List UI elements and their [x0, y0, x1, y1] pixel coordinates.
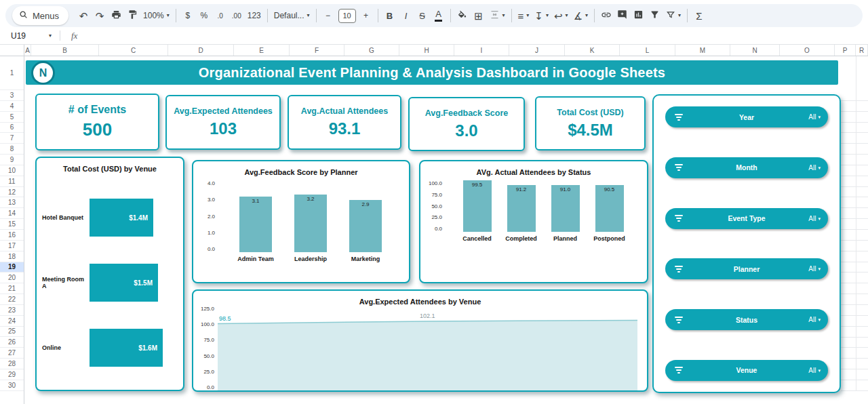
- column-header-J[interactable]: J: [509, 45, 565, 56]
- column-header-F[interactable]: F: [290, 45, 344, 56]
- row-header-20[interactable]: 20: [0, 272, 24, 283]
- horizontal-align-icon: ≡: [518, 11, 524, 21]
- row-header-8[interactable]: 8: [0, 144, 24, 155]
- column-header-E[interactable]: E: [234, 45, 290, 56]
- row-header-18[interactable]: 18: [0, 251, 24, 262]
- create-filter-button[interactable]: [647, 7, 663, 24]
- borders-button[interactable]: ⊞: [471, 7, 487, 24]
- row-header-14[interactable]: 14: [0, 208, 24, 219]
- column-header-N[interactable]: N: [730, 45, 780, 56]
- row-header-1[interactable]: 1: [0, 56, 24, 90]
- text-wrap-button[interactable]: ↩▾: [551, 7, 571, 24]
- row-header-25[interactable]: 25: [0, 327, 24, 338]
- filter-value-dropdown[interactable]: All▾: [808, 265, 821, 272]
- row-header-7[interactable]: 7: [0, 133, 24, 144]
- decrease-font-size-button[interactable]: −: [320, 7, 336, 24]
- filter-value-dropdown[interactable]: All▾: [808, 113, 821, 121]
- name-box[interactable]: U19 ▾: [0, 27, 57, 44]
- increase-decimals-button[interactable]: .00: [229, 7, 245, 24]
- row-header-12[interactable]: 12: [0, 187, 24, 198]
- y-tick-label: 100.0: [427, 180, 442, 186]
- hbar-value-label: $1.6M: [138, 344, 163, 352]
- column-header-B[interactable]: B: [31, 45, 99, 56]
- column-header-C[interactable]: C: [99, 45, 168, 56]
- functions-button[interactable]: Σ: [691, 7, 707, 24]
- filter-value-dropdown[interactable]: All▾: [808, 164, 821, 171]
- row-header-11[interactable]: 11: [0, 176, 24, 187]
- zoom-select[interactable]: 100%▾: [140, 7, 172, 24]
- chart-title: AVg. Actual Attendees by Status: [420, 168, 647, 176]
- insert-chart-button[interactable]: [631, 7, 647, 24]
- decrease-decimals-button[interactable]: .0: [212, 7, 229, 24]
- row-header-29[interactable]: 29: [0, 369, 24, 380]
- text-rotation-button[interactable]: ∡▾: [570, 7, 590, 24]
- row-header-16[interactable]: 16: [0, 230, 24, 241]
- format-currency-button[interactable]: $: [180, 7, 196, 24]
- column-header-H[interactable]: H: [399, 45, 454, 56]
- sheet-cells: Organizational Event Planning & Analysis…: [24, 56, 868, 404]
- row-header-15[interactable]: 15: [0, 219, 24, 230]
- row-header-13[interactable]: 13: [0, 197, 24, 208]
- row-header-26[interactable]: 26: [0, 337, 24, 348]
- row-header-27[interactable]: 27: [0, 348, 24, 359]
- row-header-30[interactable]: 30: [0, 380, 24, 391]
- format-percent-button[interactable]: %: [196, 7, 212, 24]
- column-header-O[interactable]: O: [780, 45, 835, 56]
- filter-status[interactable]: StatusAll▾: [665, 309, 828, 330]
- filter-value-dropdown[interactable]: All▾: [808, 316, 821, 323]
- horizontal-align-button[interactable]: ≡▾: [515, 7, 532, 24]
- filter-venue[interactable]: VenueAll▾: [665, 360, 828, 381]
- column-header-K[interactable]: K: [565, 45, 620, 56]
- column-header-D[interactable]: D: [168, 45, 234, 56]
- bold-button[interactable]: B: [382, 7, 398, 24]
- row-header-28[interactable]: 28: [0, 359, 24, 369]
- filter-year[interactable]: YearAll▾: [665, 106, 828, 127]
- merge-cells-button[interactable]: ▾: [487, 7, 508, 24]
- increase-font-size-button[interactable]: +: [358, 7, 374, 24]
- redo-button[interactable]: ↷: [92, 7, 108, 24]
- number-format-button[interactable]: 123: [245, 7, 264, 24]
- font-family-select[interactable]: Defaul...▾: [271, 7, 313, 24]
- feedback-plot: 4.03.02.01.00.03.13.22.9Admin TeamLeader…: [200, 180, 402, 262]
- text-color-button[interactable]: A: [431, 7, 447, 24]
- toolbar-divider: [594, 9, 595, 22]
- row-header-22[interactable]: 22: [0, 294, 24, 305]
- column-header-P[interactable]: P: [835, 45, 856, 56]
- row-header-19[interactable]: 19: [0, 262, 24, 273]
- row-header-5[interactable]: 5: [0, 112, 24, 123]
- undo-button[interactable]: ↶: [75, 7, 92, 24]
- filter-month[interactable]: MonthAll▾: [665, 157, 828, 178]
- column-header-G[interactable]: G: [344, 45, 399, 56]
- column-header-R[interactable]: R: [856, 45, 868, 56]
- filter-event-type[interactable]: Event TypeAll▾: [665, 208, 828, 229]
- column-header-I[interactable]: I: [454, 45, 509, 56]
- filter-views-button[interactable]: ▾: [663, 7, 684, 24]
- row-header-17[interactable]: 17: [0, 241, 24, 251]
- row-header-9[interactable]: 9: [0, 155, 24, 165]
- row-header-24[interactable]: 24: [0, 316, 24, 327]
- column-header-A[interactable]: A: [24, 45, 31, 56]
- column-header-L[interactable]: L: [620, 45, 675, 56]
- vertical-align-button[interactable]: ↧▾: [532, 7, 551, 24]
- row-header-6[interactable]: 6: [0, 123, 24, 134]
- font-size-input[interactable]: 10: [338, 9, 356, 23]
- row-header-4[interactable]: 4: [0, 101, 24, 112]
- row-header-21[interactable]: 21: [0, 283, 24, 294]
- strikethrough-button[interactable]: S: [414, 7, 431, 24]
- row-header-3[interactable]: 3: [0, 90, 24, 101]
- filter-planner[interactable]: PlannerAll▾: [665, 258, 828, 279]
- paint-format-button[interactable]: [124, 7, 140, 24]
- select-all-corner[interactable]: [0, 45, 24, 56]
- column-header-M[interactable]: M: [675, 45, 730, 56]
- chevron-down-icon: ▾: [818, 368, 821, 373]
- menus-button[interactable]: Menus: [12, 6, 68, 25]
- row-header-23[interactable]: 23: [0, 305, 24, 316]
- italic-button[interactable]: I: [398, 7, 414, 24]
- filter-value-dropdown[interactable]: All▾: [808, 215, 821, 222]
- insert-link-button[interactable]: [598, 7, 614, 24]
- fill-color-button[interactable]: [454, 7, 471, 24]
- filter-value-dropdown[interactable]: All▾: [808, 367, 821, 374]
- insert-comment-button[interactable]: [614, 7, 631, 24]
- print-button[interactable]: [108, 7, 124, 24]
- row-header-10[interactable]: 10: [0, 165, 24, 176]
